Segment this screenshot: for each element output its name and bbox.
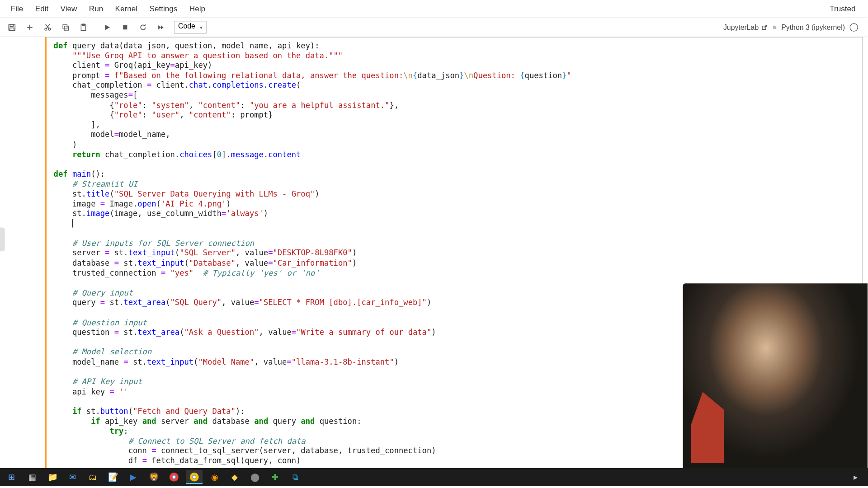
menu-kernel[interactable]: Kernel xyxy=(109,2,143,15)
run-icon[interactable] xyxy=(99,20,116,34)
stop-icon[interactable] xyxy=(117,20,133,34)
cell-type-value[interactable]: Code xyxy=(174,20,207,33)
paste-icon[interactable] xyxy=(75,20,92,34)
taskbar-folder[interactable]: 🗂 xyxy=(85,470,101,484)
add-cell-icon[interactable] xyxy=(21,20,38,34)
menu-help[interactable]: Help xyxy=(184,2,212,15)
svg-marker-15 xyxy=(158,25,161,29)
svg-rect-14 xyxy=(123,25,127,29)
svg-point-24 xyxy=(193,476,196,479)
taskbar-vscode[interactable]: ⧉ xyxy=(287,470,304,484)
taskbar-tray[interactable]: ▸ xyxy=(847,470,864,484)
menu-edit[interactable]: Edit xyxy=(29,2,55,15)
svg-marker-13 xyxy=(105,24,110,30)
menu-file[interactable]: File xyxy=(5,2,29,15)
kernel-status-icon[interactable] xyxy=(849,23,858,31)
taskbar-mail[interactable]: ✉ xyxy=(64,470,81,484)
svg-marker-16 xyxy=(161,25,164,29)
sidebar-handle[interactable] xyxy=(0,227,5,251)
taskbar-file-explorer[interactable]: 📁 xyxy=(44,470,61,484)
taskbar-notes[interactable]: 📝 xyxy=(105,470,122,484)
fast-forward-icon[interactable] xyxy=(152,20,169,34)
text-cursor xyxy=(72,219,73,227)
jupyterlab-label: JupyterLab xyxy=(723,23,759,31)
taskbar-app-2[interactable]: ▦ xyxy=(24,470,41,484)
svg-rect-9 xyxy=(63,24,67,28)
svg-rect-2 xyxy=(10,28,14,30)
taskbar-app-1[interactable]: ⊞ xyxy=(4,470,20,484)
save-icon[interactable] xyxy=(4,20,20,34)
taskbar-media[interactable]: ▶ xyxy=(125,470,142,484)
kernel-name[interactable]: Python 3 (ipykernel) xyxy=(781,23,845,31)
svg-rect-10 xyxy=(64,26,68,30)
taskbar-app-yellow[interactable]: ◆ xyxy=(226,470,243,484)
taskbar-obs[interactable]: ⬤ xyxy=(247,470,264,484)
toolbar: Code JupyterLab Python 3 (ipykernel) xyxy=(0,18,868,37)
external-link-icon xyxy=(761,23,768,31)
menu-settings[interactable]: Settings xyxy=(143,2,183,15)
menu-view[interactable]: View xyxy=(54,2,83,15)
menubar: File Edit View Run Kernel Settings Help … xyxy=(0,0,868,18)
svg-rect-1 xyxy=(10,24,13,26)
copy-icon[interactable] xyxy=(57,20,74,34)
taskbar-chrome-1[interactable] xyxy=(165,470,182,484)
cell-type-select[interactable]: Code xyxy=(170,20,207,33)
trusted-indicator: Trusted xyxy=(830,4,863,13)
taskbar-brave[interactable]: 🦁 xyxy=(146,470,162,484)
open-jupyterlab[interactable]: JupyterLab xyxy=(723,23,768,31)
cut-icon[interactable] xyxy=(39,20,56,34)
kernel-activity-dot xyxy=(773,25,777,29)
webcam-overlay xyxy=(683,283,868,468)
taskbar-app-green[interactable]: ✚ xyxy=(267,470,283,484)
menu-run[interactable]: Run xyxy=(83,2,109,15)
taskbar: ⊞ ▦ 📁 ✉ 🗂 📝 ▶ 🦁 ◉ ◆ ⬤ ✚ ⧉ ▸ xyxy=(0,468,868,486)
taskbar-app-orange[interactable]: ◉ xyxy=(206,470,223,484)
svg-point-21 xyxy=(173,476,175,479)
restart-icon[interactable] xyxy=(135,20,151,34)
taskbar-chrome-2[interactable] xyxy=(186,470,203,484)
